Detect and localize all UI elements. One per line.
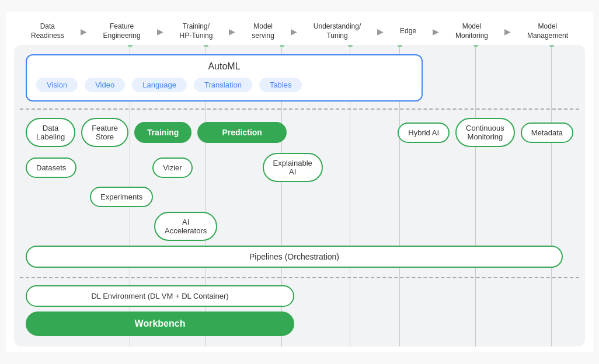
pill-vizier: Vizier	[152, 158, 192, 178]
pill-dl-environment: DL Environment (DL VM + DL Container)	[26, 285, 294, 307]
pipeline-step-edge: Edge	[400, 27, 416, 36]
bottom-section: DL Environment (DL VM + DL Container) Wo…	[14, 278, 585, 346]
pill-feature-store: FeatureStore	[81, 118, 128, 147]
middle-row4: AIAccelerators	[154, 212, 573, 241]
middle-row3: Experiments	[90, 187, 573, 207]
automl-pill-tables: Tables	[259, 78, 302, 92]
arrow-6: ▶	[433, 27, 439, 36]
pill-ai-accelerators: AIAccelerators	[154, 212, 217, 241]
pipeline-header: Data Readiness ▶ Feature Engineering ▶ T…	[12, 18, 587, 45]
diagram-area: AutoML Vision Video Language Translation…	[14, 45, 585, 346]
bottom-row-workbench: Workbench	[26, 312, 573, 336]
pipeline-step-feature-engineering: Feature Engineering	[103, 22, 141, 40]
pipeline-step-understanding: Understanding/ Tuning	[314, 22, 361, 40]
automl-pill-vision: Vision	[36, 78, 78, 92]
arrow-7: ▶	[504, 27, 511, 36]
middle-section: DataLabeling FeatureStore Training Predi…	[14, 110, 585, 277]
arrow-2: ▶	[157, 27, 163, 36]
main-wrapper: Data Readiness ▶ Feature Engineering ▶ T…	[6, 12, 593, 352]
bottom-row-dl-env: DL Environment (DL VM + DL Container)	[26, 285, 573, 307]
automl-section: AutoML Vision Video Language Translation…	[14, 45, 585, 108]
automl-box: AutoML Vision Video Language Translation…	[26, 54, 423, 102]
arrow-5: ▶	[377, 27, 384, 36]
automl-pills: Vision Video Language Translation Tables	[36, 78, 412, 92]
pipeline-step-model-management: Model Management	[527, 22, 568, 40]
pill-data-labeling: DataLabeling	[26, 118, 75, 147]
pipeline-step-data-readiness: Data Readiness	[31, 22, 64, 40]
automl-pill-language: Language	[132, 78, 187, 92]
arrow-3: ▶	[229, 27, 235, 36]
pill-continuous-monitoring: ContinuousMonitoring	[455, 118, 515, 147]
pill-metadata: Metadata	[521, 123, 573, 143]
arrow-4: ▶	[291, 27, 297, 36]
pipeline-step-training-hp: Training/ HP-Tuning	[179, 22, 213, 40]
pill-prediction: Prediction	[197, 122, 286, 143]
automl-title: AutoML	[36, 61, 412, 72]
pill-datasets: Datasets	[26, 158, 76, 178]
pill-explainable-ai: ExplainableAI	[263, 153, 323, 182]
automl-pill-video: Video	[85, 78, 125, 92]
arrow-1: ▶	[81, 27, 87, 36]
pill-hybrid-ai: Hybrid AI	[398, 123, 450, 143]
middle-row5: Pipelines (Orchestration)	[26, 246, 573, 268]
pill-workbench: Workbench	[26, 312, 294, 336]
automl-pill-translation: Translation	[194, 78, 252, 92]
pipeline-step-model-monitoring: Model Monitoring	[455, 22, 488, 40]
pipeline-step-model-serving: Model serving	[252, 22, 274, 40]
middle-row2: Datasets Vizier ExplainableAI	[26, 153, 573, 182]
middle-row1: DataLabeling FeatureStore Training Predi…	[26, 118, 573, 147]
pill-pipelines: Pipelines (Orchestration)	[26, 246, 563, 268]
pill-experiments: Experiments	[90, 187, 153, 207]
pill-training: Training	[134, 122, 191, 143]
